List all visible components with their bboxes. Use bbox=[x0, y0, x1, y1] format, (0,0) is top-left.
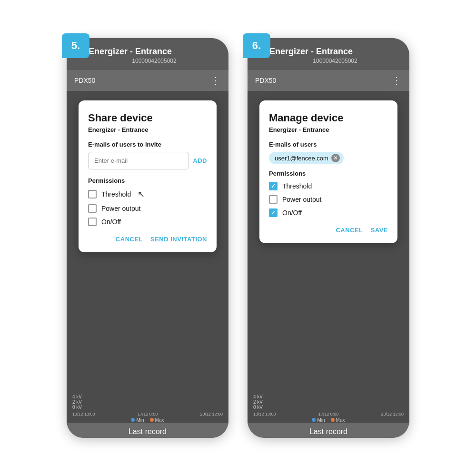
permissions-label-5: Permissions bbox=[88, 177, 207, 184]
email-chip-text: user1@fencee.com bbox=[275, 155, 328, 162]
chart-x-labels-6: 13/12 13:00 17/12 0:00 20/12 12:00 bbox=[248, 412, 409, 416]
perm-threshold-checkbox-5[interactable] bbox=[88, 190, 97, 198]
step-5-badge: 5. bbox=[62, 33, 89, 58]
manage-device-modal: Manage device Energizer - Entrance E-mai… bbox=[259, 100, 397, 243]
modal-title-6: Manage device bbox=[269, 112, 388, 124]
header-title-5: Energizer - Entrance bbox=[89, 47, 172, 57]
modal-actions-6: CANCEL SAVE bbox=[269, 227, 388, 234]
step-6-badge: 6. bbox=[243, 33, 270, 58]
perm-threshold-row-5[interactable]: Threshold ↖ bbox=[88, 189, 207, 199]
header-subtitle-6: 10000042005002 bbox=[270, 58, 400, 64]
email-chip-close[interactable]: ✕ bbox=[331, 154, 340, 162]
cancel-button-5[interactable]: CANCEL bbox=[116, 236, 143, 243]
modal-actions-5: CANCEL SEND INVITATION bbox=[88, 236, 207, 243]
modal-overlay-5: Share device Energizer - Entrance E-mail… bbox=[67, 91, 228, 423]
last-record-6: Last record bbox=[248, 423, 409, 438]
send-invitation-button[interactable]: SEND INVITATION bbox=[150, 236, 207, 243]
modal-overlay-6: Manage device Energizer - Entrance E-mai… bbox=[248, 91, 409, 423]
modal-device-name-6: Energizer - Entrance bbox=[269, 126, 388, 133]
cancel-button-6[interactable]: CANCEL bbox=[336, 227, 363, 234]
phone-frame-6: ← Energizer - Entrance 10000042005002 PD… bbox=[248, 38, 409, 438]
perm-onoff-checkbox-5[interactable] bbox=[88, 218, 97, 226]
perm-onoff-checkbox-6[interactable] bbox=[269, 208, 278, 217]
chart-y-labels-5: 4 kV 2 kV 0 kV bbox=[67, 392, 228, 412]
save-button[interactable]: SAVE bbox=[371, 227, 388, 234]
header-title-6: Energizer - Entrance bbox=[269, 47, 353, 57]
back-row-5: ← Energizer - Entrance bbox=[76, 47, 219, 57]
last-record-5: Last record bbox=[67, 423, 228, 438]
step-6-container: 6. ← Energizer - Entrance 10000042005002… bbox=[248, 38, 409, 438]
chart-legend-5: Min Max bbox=[67, 417, 228, 423]
phone-top-bar-5: ← Energizer - Entrance 10000042005002 bbox=[67, 38, 228, 70]
share-device-modal: Share device Energizer - Entrance E-mail… bbox=[79, 100, 217, 252]
perm-power-label-6: Power output bbox=[282, 196, 322, 203]
perm-onoff-row-5[interactable]: On/Off bbox=[88, 218, 207, 226]
more-options-5[interactable]: ⋮ bbox=[211, 75, 221, 86]
emails-label-5: E-mails of users to invite bbox=[88, 141, 207, 148]
phone-top-bar-6: ← Energizer - Entrance 10000042005002 bbox=[248, 38, 409, 70]
perm-power-checkbox-5[interactable] bbox=[88, 204, 97, 213]
device-label-6: PDX50 bbox=[255, 77, 276, 84]
perm-threshold-row-6[interactable]: Threshold bbox=[269, 182, 388, 190]
add-button-5[interactable]: ADD bbox=[193, 157, 207, 164]
phone-content-5: Share device Energizer - Entrance E-mail… bbox=[67, 91, 228, 423]
perm-threshold-checkbox-6[interactable] bbox=[269, 182, 278, 190]
back-row-6: ← Energizer - Entrance bbox=[257, 47, 400, 57]
email-input-5[interactable] bbox=[88, 152, 189, 169]
email-input-row-5: ADD bbox=[88, 152, 207, 169]
perm-power-row-5[interactable]: Power output bbox=[88, 204, 207, 213]
phone-content-6: Manage device Energizer - Entrance E-mai… bbox=[248, 91, 409, 423]
step-5-container: 5. ← Energizer - Entrance 10000042005002… bbox=[67, 38, 228, 438]
chart-x-labels-5: 13/12 13:00 17/12 0:00 20/12 12:00 bbox=[67, 412, 228, 416]
header-subtitle-5: 10000042005002 bbox=[89, 58, 219, 64]
chart-area-5: 4 kV 2 kV 0 kV 13/12 13:00 17/12 0:00 20… bbox=[67, 392, 228, 423]
email-chip: user1@fencee.com ✕ bbox=[269, 152, 344, 164]
modal-title-5: Share device bbox=[88, 112, 207, 124]
device-label-5: PDX50 bbox=[74, 77, 95, 84]
perm-power-row-6[interactable]: Power output bbox=[269, 195, 388, 204]
chart-area-6: 4 kV 2 kV 0 kV 13/12 13:00 17/12 0:00 20… bbox=[248, 392, 409, 423]
perm-power-label-5: Power output bbox=[101, 205, 141, 212]
modal-device-name-5: Energizer - Entrance bbox=[88, 126, 207, 133]
perm-power-checkbox-6[interactable] bbox=[269, 195, 278, 204]
perm-onoff-row-6[interactable]: On/Off bbox=[269, 208, 388, 217]
email-chip-container: user1@fencee.com ✕ bbox=[269, 152, 388, 170]
chart-y-labels-6: 4 kV 2 kV 0 kV bbox=[248, 392, 409, 412]
emails-label-6: E-mails of users bbox=[269, 141, 388, 148]
perm-onoff-label-5: On/Off bbox=[101, 218, 121, 226]
perm-threshold-label-5: Threshold bbox=[101, 190, 131, 198]
cursor-icon-5: ↖ bbox=[138, 189, 145, 199]
perm-onoff-label-6: On/Off bbox=[282, 209, 302, 217]
device-row-6: PDX50 ⋮ bbox=[248, 70, 409, 91]
device-row-5: PDX50 ⋮ bbox=[67, 70, 228, 91]
more-options-6[interactable]: ⋮ bbox=[392, 75, 402, 86]
perm-threshold-label-6: Threshold bbox=[282, 182, 312, 190]
phone-frame-5: ← Energizer - Entrance 10000042005002 PD… bbox=[67, 38, 228, 438]
permissions-label-6: Permissions bbox=[269, 170, 388, 177]
chart-legend-6: Min Max bbox=[248, 417, 409, 423]
